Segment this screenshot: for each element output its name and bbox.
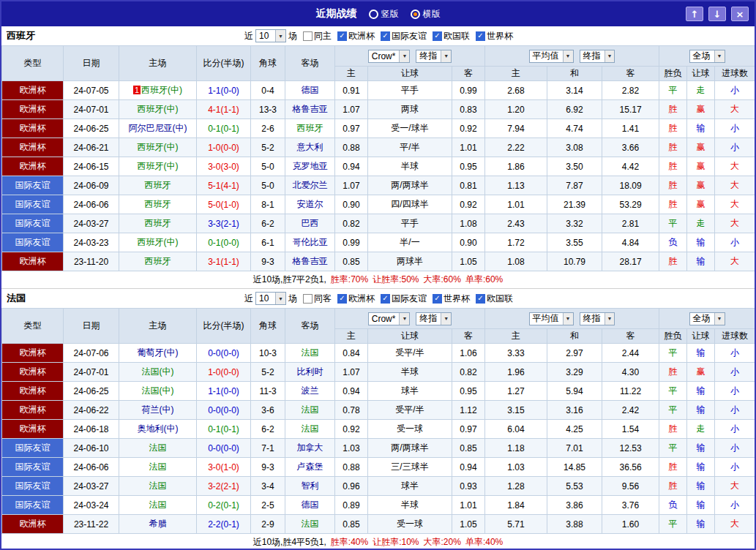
move-down-button[interactable]: ↓	[708, 7, 726, 21]
home-team-cell: 法国	[119, 496, 197, 515]
corners-cell: 2-6	[251, 119, 285, 138]
away-team-cell: 智利	[285, 477, 335, 496]
date-cell: 24-03-27	[64, 477, 119, 496]
summary-over-rate: 大率:20%	[424, 536, 461, 549]
home-team-cell: 法国	[119, 439, 197, 458]
avg-odds-home-cell: 7.94	[485, 119, 547, 138]
layout-radio-horizontal[interactable]: 横版	[411, 8, 441, 20]
handicap-result-cell: 输	[687, 458, 715, 477]
competition-type-cell: 欧洲杯	[2, 363, 64, 382]
avg-odds-home-cell: 1.84	[485, 496, 547, 515]
avg-odds-draw-cell: 5.94	[547, 382, 602, 401]
league-checkbox-2[interactable]: 欧国联	[433, 30, 470, 42]
match-row: 国际友谊24-03-23西班牙(中)0-1(0-0)6-1哥伦比亚0.99半/一…	[2, 233, 755, 252]
close-button[interactable]: ×	[731, 7, 749, 21]
handicap-odds-home-cell: 0.99	[335, 233, 368, 252]
score-cell[interactable]: 0-1(0-0)	[197, 233, 251, 252]
checkbox-checked-icon	[337, 294, 347, 304]
avg-stage-select[interactable]: 终指	[580, 50, 615, 63]
goals-result-cell: 大	[715, 477, 755, 496]
league-checkbox-3[interactable]: 欧国联	[476, 293, 513, 305]
same-venue-checkbox[interactable]: 同客	[303, 293, 332, 305]
match-count-select[interactable]: 10	[255, 29, 286, 42]
avg-odds-away-cell: 4.84	[602, 233, 659, 252]
score-cell[interactable]: 1-1(0-0)	[197, 382, 251, 401]
score-cell[interactable]: 5-0(1-0)	[197, 195, 251, 214]
away-team-cell: 法国	[285, 344, 335, 363]
home-team-cell: 1西班牙(中)	[119, 81, 197, 100]
score-cell[interactable]: 1-1(0-0)	[197, 81, 251, 100]
goals-result-cell: 大	[715, 157, 755, 176]
odds-stage-select[interactable]: 终指	[416, 50, 452, 63]
avg-source-select[interactable]: 平均值	[529, 312, 574, 325]
league-checkbox-1[interactable]: 国际友谊	[381, 30, 427, 42]
score-cell[interactable]: 1-0(0-0)	[197, 363, 251, 382]
league-checkbox-0[interactable]: 欧洲杯	[337, 30, 375, 42]
radio-selected-icon	[411, 10, 420, 19]
score-cell[interactable]: 1-0(0-0)	[197, 138, 251, 157]
avg-odds-home-cell: 1.86	[485, 157, 547, 176]
score-cell[interactable]: 3-2(2-1)	[197, 477, 251, 496]
avg-stage-select[interactable]: 终指	[580, 312, 615, 325]
odds-stage-select[interactable]: 终指	[416, 312, 452, 325]
score-cell[interactable]: 3-0(3-0)	[197, 157, 251, 176]
filter-controls: 近 10 场 同主 欧洲杯 国际友谊 欧国联 世界杯	[244, 29, 513, 42]
league-label: 世界杯	[487, 30, 513, 42]
league-checkbox-0[interactable]: 欧洲杯	[337, 293, 375, 305]
score-cell[interactable]: 4-1(1-1)	[197, 100, 251, 119]
avg-odds-away-cell: 18.09	[602, 176, 659, 195]
handicap-odds-away-cell: 0.83	[452, 100, 485, 119]
handicap-odds-home-cell: 0.89	[335, 496, 368, 515]
league-checkbox-2[interactable]: 世界杯	[433, 293, 470, 305]
scope-select[interactable]: 全场	[689, 50, 725, 63]
th-odds-home: 主	[335, 329, 368, 344]
corners-cell: 0-4	[251, 81, 285, 100]
layout-radio-vertical[interactable]: 竖版	[369, 8, 399, 20]
match-count-select[interactable]: 10	[255, 292, 286, 305]
th-odds-away: 客	[452, 329, 485, 344]
league-checkbox-1[interactable]: 国际友谊	[381, 293, 427, 305]
league-checkbox-3[interactable]: 世界杯	[476, 30, 513, 42]
score-cell[interactable]: 3-3(2-1)	[197, 214, 251, 233]
scope-select[interactable]: 全场	[689, 312, 725, 325]
corners-cell: 3-6	[251, 401, 285, 420]
same-venue-label: 同客	[314, 293, 332, 305]
th-date: 日期	[64, 309, 119, 344]
handicap-line-cell: 两/两球半	[368, 176, 452, 195]
score-cell[interactable]: 3-1(1-1)	[197, 252, 251, 271]
score-cell[interactable]: 0-0(0-0)	[197, 439, 251, 458]
odds-source-select[interactable]: Crow*	[368, 312, 411, 325]
avg-odds-home-cell: 1.08	[485, 252, 547, 271]
handicap-result-cell: 赢	[687, 195, 715, 214]
move-up-button[interactable]: ↑	[686, 7, 703, 21]
score-cell[interactable]: 0-2(0-1)	[197, 496, 251, 515]
checkbox-unchecked-icon	[303, 31, 312, 41]
score-cell[interactable]: 2-2(0-1)	[197, 515, 251, 534]
competition-type-cell: 欧洲杯	[2, 420, 64, 439]
corners-cell: 6-1	[251, 233, 285, 252]
handicap-line-cell: 半球	[368, 496, 452, 515]
same-venue-checkbox[interactable]: 同主	[303, 30, 332, 42]
away-team-cell: 波兰	[285, 382, 335, 401]
score-cell[interactable]: 0-0(0-0)	[197, 401, 251, 420]
score-cell[interactable]: 3-0(1-0)	[197, 458, 251, 477]
score-cell[interactable]: 0-1(0-1)	[197, 420, 251, 439]
odds-source-select[interactable]: Crow*	[368, 50, 411, 63]
avg-odds-away-cell: 4.30	[602, 363, 659, 382]
handicap-line-cell: 球半	[368, 477, 452, 496]
results-table: 类型 日期 主场 比分(半场) 角球 客场 Crow* 终指 平均值	[1, 45, 755, 271]
corners-cell: 13-3	[251, 100, 285, 119]
wdl-result-cell: 平	[659, 214, 687, 233]
score-cell[interactable]: 0-0(0-0)	[197, 344, 251, 363]
th-handicap-odds-group: Crow* 终指	[335, 309, 485, 329]
avg-odds-home-cell: 1.72	[485, 233, 547, 252]
corners-cell: 6-2	[251, 214, 285, 233]
score-cell[interactable]: 5-1(4-1)	[197, 176, 251, 195]
corners-cell: 5-2	[251, 363, 285, 382]
avg-source-select[interactable]: 平均值	[529, 50, 574, 63]
th-odds-away: 客	[452, 67, 485, 81]
competition-type-cell: 国际友谊	[2, 496, 64, 515]
goals-result-cell: 小	[715, 401, 755, 420]
score-cell[interactable]: 0-1(0-1)	[197, 119, 251, 138]
checkbox-checked-icon	[476, 31, 485, 41]
